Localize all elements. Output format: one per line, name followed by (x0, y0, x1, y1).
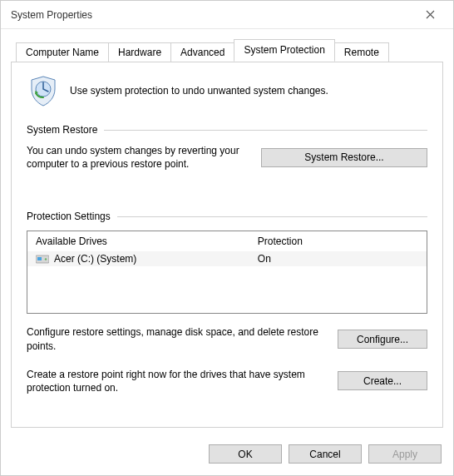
group-title-protection-settings: Protection Settings (27, 211, 111, 222)
divider (117, 216, 427, 217)
table-row[interactable]: Acer (C:) (System) On (27, 251, 427, 266)
drive-name: Acer (C:) (System) (54, 253, 136, 265)
tab-panel-system-protection: Use system protection to undo unwanted s… (11, 62, 443, 428)
system-restore-row: You can undo system changes by reverting… (27, 144, 427, 171)
group-header-protection-settings: Protection Settings (27, 211, 427, 222)
svg-point-3 (45, 259, 47, 260)
tab-remote[interactable]: Remote (334, 42, 389, 62)
create-desc: Create a restore point right now for the… (27, 368, 328, 394)
ok-button[interactable]: OK (209, 444, 282, 464)
dialog-button-bar: OK Cancel Apply (1, 436, 453, 475)
close-button[interactable] (413, 3, 447, 27)
close-icon (426, 10, 435, 19)
spacer (27, 181, 427, 201)
configure-desc: Configure restore settings, manage disk … (27, 325, 328, 352)
create-row: Create a restore point right now for the… (27, 368, 427, 394)
drives-table[interactable]: Available Drives Protection Acer (C:) (S… (27, 231, 427, 314)
cancel-button[interactable]: Cancel (289, 444, 362, 464)
svg-rect-2 (37, 257, 42, 260)
window-title: System Properties (11, 9, 413, 21)
divider (104, 130, 427, 131)
apply-button[interactable]: Apply (368, 444, 442, 464)
tab-system-protection[interactable]: System Protection (234, 39, 334, 62)
group-title-system-restore: System Restore (27, 124, 97, 136)
intro-text: Use system protection to undo unwanted s… (70, 85, 328, 97)
create-button[interactable]: Create... (338, 371, 427, 390)
group-header-system-restore: System Restore (27, 124, 427, 136)
titlebar: System Properties (1, 1, 453, 29)
tabstrip: Computer Name Hardware Advanced System P… (1, 29, 453, 62)
column-header-drives: Available Drives (36, 236, 258, 247)
configure-button[interactable]: Configure... (338, 330, 427, 349)
tab-hardware[interactable]: Hardware (108, 42, 171, 62)
drive-protection-status: On (258, 253, 418, 265)
disk-icon (36, 254, 49, 264)
system-protection-shield-icon (27, 74, 60, 107)
system-restore-desc: You can undo system changes by reverting… (27, 144, 251, 171)
system-properties-window: System Properties Computer Name Hardware… (0, 0, 454, 476)
tab-computer-name[interactable]: Computer Name (16, 42, 109, 62)
table-header-row: Available Drives Protection (27, 231, 427, 251)
intro-row: Use system protection to undo unwanted s… (27, 74, 427, 107)
tab-advanced[interactable]: Advanced (170, 42, 234, 62)
system-restore-button[interactable]: System Restore... (261, 148, 427, 167)
configure-row: Configure restore settings, manage disk … (27, 325, 427, 352)
column-header-protection: Protection (258, 236, 418, 247)
